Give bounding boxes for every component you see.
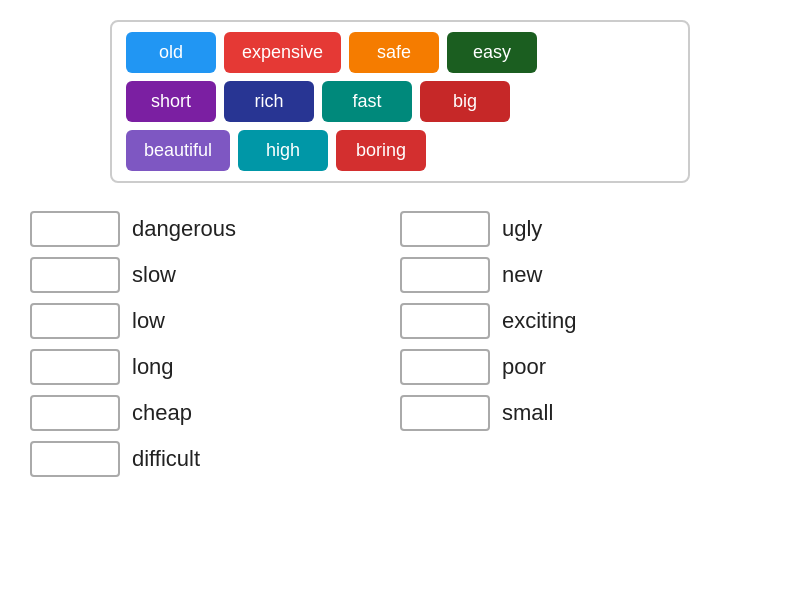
word-chip-high[interactable]: high [238, 130, 328, 171]
word-bank-row-1: shortrichfastbig [126, 81, 674, 122]
drop-box-long[interactable] [30, 349, 120, 385]
word-chip-fast[interactable]: fast [322, 81, 412, 122]
drop-box-poor[interactable] [400, 349, 490, 385]
pairs-area: dangerousslowlowlongcheapdifficult uglyn… [30, 211, 770, 477]
pair-row: ugly [400, 211, 770, 247]
pair-row: long [30, 349, 400, 385]
drop-box-slow[interactable] [30, 257, 120, 293]
word-chip-safe[interactable]: safe [349, 32, 439, 73]
pair-row: low [30, 303, 400, 339]
drop-box-exciting[interactable] [400, 303, 490, 339]
pair-label-dangerous: dangerous [132, 216, 236, 242]
pairs-column-right: uglynewexcitingpoorsmall [400, 211, 770, 477]
word-chip-short[interactable]: short [126, 81, 216, 122]
drop-box-difficult[interactable] [30, 441, 120, 477]
word-chip-rich[interactable]: rich [224, 81, 314, 122]
pair-row: small [400, 395, 770, 431]
word-chip-boring[interactable]: boring [336, 130, 426, 171]
drop-box-dangerous[interactable] [30, 211, 120, 247]
pair-label-long: long [132, 354, 174, 380]
pair-label-low: low [132, 308, 165, 334]
pairs-column-left: dangerousslowlowlongcheapdifficult [30, 211, 400, 477]
drop-box-small[interactable] [400, 395, 490, 431]
word-bank: oldexpensivesafeeasyshortrichfastbigbeau… [110, 20, 690, 183]
pair-row: slow [30, 257, 400, 293]
drop-box-low[interactable] [30, 303, 120, 339]
word-chip-expensive[interactable]: expensive [224, 32, 341, 73]
pair-row: cheap [30, 395, 400, 431]
drop-box-ugly[interactable] [400, 211, 490, 247]
pair-label-ugly: ugly [502, 216, 542, 242]
pair-label-difficult: difficult [132, 446, 200, 472]
word-bank-row-0: oldexpensivesafeeasy [126, 32, 674, 73]
pair-label-poor: poor [502, 354, 546, 380]
pair-label-exciting: exciting [502, 308, 577, 334]
word-chip-beautiful[interactable]: beautiful [126, 130, 230, 171]
word-chip-big[interactable]: big [420, 81, 510, 122]
drop-box-cheap[interactable] [30, 395, 120, 431]
pair-label-cheap: cheap [132, 400, 192, 426]
pair-label-slow: slow [132, 262, 176, 288]
pair-row: dangerous [30, 211, 400, 247]
pair-row: difficult [30, 441, 400, 477]
pair-row: new [400, 257, 770, 293]
pair-row: poor [400, 349, 770, 385]
word-chip-easy[interactable]: easy [447, 32, 537, 73]
word-bank-row-2: beautifulhighboring [126, 130, 674, 171]
pair-label-new: new [502, 262, 542, 288]
pair-row: exciting [400, 303, 770, 339]
drop-box-new[interactable] [400, 257, 490, 293]
pair-label-small: small [502, 400, 553, 426]
word-chip-old[interactable]: old [126, 32, 216, 73]
